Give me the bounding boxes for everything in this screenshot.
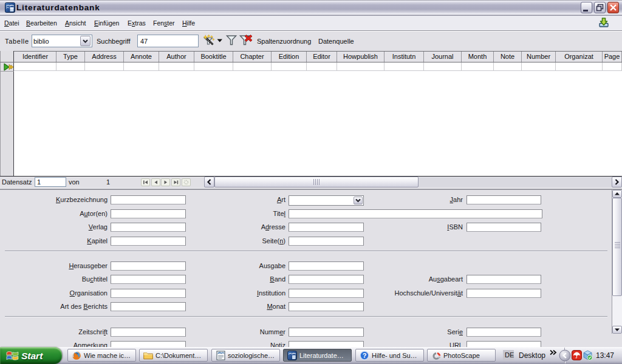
svg-text:?: ?	[363, 352, 367, 359]
